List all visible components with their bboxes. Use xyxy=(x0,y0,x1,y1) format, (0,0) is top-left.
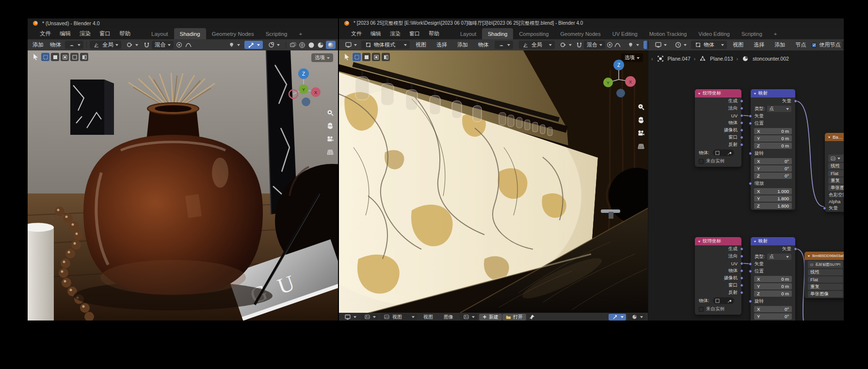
select-tool-2[interactable] xyxy=(362,53,370,61)
select-tool-3[interactable] xyxy=(372,53,380,61)
shading-material-icon[interactable] xyxy=(317,41,324,49)
view-menu[interactable]: 视图 xyxy=(411,41,431,48)
value-slider[interactable]: Y0° xyxy=(754,313,792,320)
texture-coordinate-node[interactable]: 纹理坐标 生成法向UV物体摄像机窗口反射 物体: 来自实例 xyxy=(695,89,741,167)
vector-input[interactable]: 矢量 xyxy=(751,260,795,268)
camera-view-icon[interactable] xyxy=(637,129,645,137)
falloff-curve-icon[interactable] xyxy=(614,41,621,49)
node-output[interactable]: UV xyxy=(695,112,741,119)
zoom-icon[interactable] xyxy=(326,109,334,116)
workspace-tab[interactable]: Motion Tracking xyxy=(643,28,693,39)
snap-target-dropdown[interactable] xyxy=(123,41,141,49)
node-output[interactable]: 生成 xyxy=(695,97,741,105)
value-slider[interactable]: Y0° xyxy=(754,165,792,172)
pan-hand-icon[interactable] xyxy=(326,122,334,129)
proportional-edit-icon[interactable] xyxy=(175,41,183,49)
source-dropdown[interactable]: 单张图像 xyxy=(828,185,844,191)
menu-item[interactable]: 文件 xyxy=(347,28,366,39)
output-socket[interactable] xyxy=(740,136,743,139)
value-slider[interactable]: Y0 m xyxy=(754,135,792,142)
image-icon-dropdown[interactable] xyxy=(361,314,378,321)
workspace-tab[interactable]: + xyxy=(293,28,308,39)
select-tool-4[interactable] xyxy=(70,53,79,61)
from-instancer-toggle[interactable]: 来自实例 xyxy=(695,305,741,315)
menu-item[interactable]: 帮助 xyxy=(424,28,444,39)
output-socket[interactable] xyxy=(740,269,743,273)
workspace-tab[interactable]: Scripting xyxy=(260,28,293,39)
node-output[interactable]: Alpha xyxy=(825,147,844,154)
workspace-tab[interactable]: Layout xyxy=(145,28,174,39)
node-output[interactable]: 摄像机 xyxy=(695,127,741,134)
output-socket[interactable] xyxy=(794,247,797,251)
select-tool-5[interactable] xyxy=(80,53,88,61)
select-tool-2[interactable] xyxy=(51,53,59,61)
titlebar-right[interactable]: * [2023 06 25]完整模型 [E:\Work\Design\[2023… xyxy=(339,18,844,28)
input-socket[interactable] xyxy=(749,270,752,273)
orbit-gizmo-dropdown[interactable] xyxy=(264,41,283,49)
image-browse-dropdown[interactable] xyxy=(460,314,477,321)
output-socket[interactable] xyxy=(740,262,743,265)
vector-input[interactable]: 矢量 xyxy=(825,205,844,212)
select-menu[interactable]: 选择 xyxy=(432,41,451,48)
output-socket[interactable] xyxy=(794,99,797,103)
image-texture-node[interactable]: BmtB5DD96b03a99T7…32 石材贴图SU7P9O12FY… 线性 … xyxy=(804,252,844,298)
image-select[interactable] xyxy=(828,155,844,162)
new-image-button[interactable]: 新建 xyxy=(479,314,502,321)
vector-input[interactable]: 矢量 xyxy=(751,112,795,120)
output-socket[interactable] xyxy=(740,99,743,103)
editor-type-dropdown[interactable] xyxy=(341,314,359,321)
node-menu[interactable]: 节点 xyxy=(791,41,810,48)
input-socket[interactable] xyxy=(749,122,752,125)
workspace-tab[interactable]: Layout xyxy=(454,28,482,39)
input-socket[interactable] xyxy=(749,300,752,303)
input-socket[interactable] xyxy=(823,207,826,210)
tool-settings-dropdown[interactable] xyxy=(65,41,83,49)
workspace-tab[interactable]: Scripting xyxy=(736,28,768,39)
workspace-tab[interactable]: Shading xyxy=(482,28,513,39)
value-slider[interactable]: X1.000 xyxy=(754,188,792,194)
gizmo-toggle[interactable] xyxy=(609,314,626,321)
workspace-tab[interactable]: Compositing xyxy=(513,28,554,39)
ortho-grid-icon[interactable] xyxy=(637,142,645,150)
image-menu[interactable]: 图像 xyxy=(439,314,458,321)
select-menu[interactable]: 选择 xyxy=(749,41,769,48)
shader-context-dropdown[interactable]: 物体 xyxy=(691,41,727,49)
image-select[interactable]: 石材贴图SU7P9O12FY… xyxy=(808,261,843,268)
use-nodes-checkbox[interactable]: ✓ xyxy=(812,43,817,48)
value-slider[interactable]: Z1.800 xyxy=(754,203,792,209)
shader-type-dropdown[interactable] xyxy=(671,41,690,49)
texture-coordinate-node[interactable]: 纹理坐标 生成法向UV物体摄像机窗口反射 物体: 来自实例 xyxy=(695,237,741,315)
menu-item[interactable]: 编辑 xyxy=(55,28,75,39)
workspace-tab[interactable]: + xyxy=(768,28,783,39)
nav-gizmo-left[interactable]: Z Y X xyxy=(288,67,322,110)
falloff-curve-icon[interactable] xyxy=(184,41,192,49)
shading-wireframe-icon[interactable] xyxy=(298,41,306,49)
object-menu[interactable]: 物体 xyxy=(48,41,64,48)
cursor-tool[interactable] xyxy=(32,53,40,61)
node-output[interactable]: 颜色 xyxy=(825,141,844,147)
output-socket[interactable] xyxy=(740,121,743,125)
source-dropdown[interactable]: 单张图像 xyxy=(808,291,843,297)
blender-menu-icon[interactable] xyxy=(339,28,347,36)
gizmo-toggle[interactable] xyxy=(643,41,647,49)
mode-dropdown[interactable]: 物体模式 xyxy=(361,41,410,49)
titlebar-left[interactable]: * (Unsaved) - Blender 4.0 xyxy=(28,18,338,28)
value-slider[interactable]: X0 m xyxy=(754,276,792,282)
object-picker-field[interactable] xyxy=(713,149,734,156)
menu-item[interactable]: 渲染 xyxy=(386,28,405,39)
cursor-tool[interactable] xyxy=(343,53,351,61)
view-menu[interactable]: 视图 xyxy=(419,314,437,321)
material-slot[interactable]: 槽 1 xyxy=(842,41,844,49)
add-menu[interactable]: 添加 xyxy=(30,41,46,48)
mapping-type-dropdown[interactable]: 点 xyxy=(767,106,791,112)
value-slider[interactable]: Y1.800 xyxy=(754,195,792,202)
workspace-tab[interactable]: Geometry Nodes xyxy=(206,28,260,39)
value-slider[interactable]: X0° xyxy=(754,158,792,164)
select-box-tool[interactable] xyxy=(353,53,361,61)
node-output[interactable]: 生成 xyxy=(695,245,741,253)
input-socket[interactable] xyxy=(749,262,752,266)
node-output[interactable]: 反射 xyxy=(695,289,741,296)
gizmo-toggle[interactable] xyxy=(244,41,263,49)
projection-dropdown[interactable]: Flat xyxy=(828,170,844,176)
snap-target-dropdown[interactable] xyxy=(556,41,575,49)
